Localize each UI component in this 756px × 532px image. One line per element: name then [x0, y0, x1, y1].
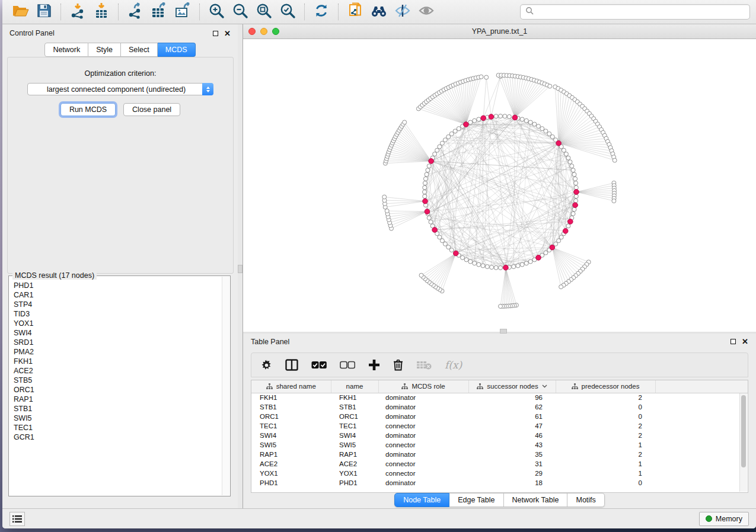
clone-network-button[interactable]: [343, 2, 367, 22]
mcds-hub-node[interactable]: [563, 229, 568, 234]
leaf-node[interactable]: [548, 84, 552, 88]
mcds-node[interactable]: YOX1: [14, 319, 222, 328]
export-table-button[interactable]: [147, 2, 171, 22]
ring-node[interactable]: [524, 118, 528, 123]
ring-node[interactable]: [423, 190, 427, 194]
table-row[interactable]: PHD1PHD1dominator180: [251, 478, 748, 488]
table-row[interactable]: ORC1ORC1dominator610: [251, 412, 748, 421]
delete-column-icon[interactable]: [393, 359, 403, 371]
ring-node[interactable]: [528, 120, 532, 124]
tab-edge-table[interactable]: Edge Table: [449, 493, 503, 507]
mcds-node[interactable]: STB1: [14, 404, 222, 414]
ring-node[interactable]: [443, 138, 447, 142]
scrollbar-thumb[interactable]: [741, 395, 746, 467]
ring-node[interactable]: [540, 127, 544, 131]
mcds-node[interactable]: RAP1: [14, 395, 222, 404]
ring-node[interactable]: [524, 261, 528, 265]
ring-node[interactable]: [572, 172, 576, 177]
binoculars-button[interactable]: [367, 2, 391, 22]
close-panel-icon[interactable]: ✕: [742, 339, 748, 344]
splitter-grip[interactable]: [238, 265, 243, 273]
ring-node[interactable]: [574, 181, 578, 185]
ring-node[interactable]: [544, 129, 548, 133]
function-builder-icon[interactable]: f(x): [445, 359, 462, 371]
mcds-node[interactable]: PHD1: [14, 281, 222, 290]
ring-node[interactable]: [477, 117, 481, 121]
table-row[interactable]: FKH1FKH1dominator962: [251, 393, 748, 402]
delete-table-icon[interactable]: [416, 360, 432, 370]
export-network-button[interactable]: [123, 2, 147, 22]
leaf-node[interactable]: [382, 195, 387, 199]
ring-node[interactable]: [433, 152, 437, 156]
table-row[interactable]: ACE2ACE2connector311: [251, 459, 748, 469]
ring-node[interactable]: [520, 117, 524, 121]
mcds-node[interactable]: ACE2: [14, 366, 222, 376]
zoom-out-button[interactable]: [228, 2, 252, 22]
mcds-node[interactable]: PMA2: [14, 347, 222, 357]
deselect-all-icon[interactable]: [340, 361, 355, 369]
ring-node[interactable]: [449, 132, 454, 136]
table-row[interactable]: SWI4SWI4dominator462: [251, 431, 748, 440]
ring-node[interactable]: [473, 261, 477, 265]
column-header-MCDS-role[interactable]: MCDS role: [378, 380, 468, 393]
run-mcds-button[interactable]: Run MCDS: [60, 103, 116, 116]
column-header-successor-nodes[interactable]: successor nodes: [468, 380, 556, 393]
ring-node[interactable]: [440, 239, 444, 243]
ring-node[interactable]: [564, 152, 568, 156]
leaf-node[interactable]: [559, 285, 563, 289]
ring-node[interactable]: [453, 129, 457, 133]
mcds-node[interactable]: ORC1: [14, 385, 222, 395]
mcds-hub-node[interactable]: [536, 255, 541, 261]
refresh-button[interactable]: [310, 2, 333, 22]
table-row[interactable]: RAP1RAP1dominator352: [251, 450, 748, 459]
ring-node[interactable]: [423, 185, 427, 190]
ring-node[interactable]: [438, 145, 442, 149]
ring-node[interactable]: [427, 164, 431, 168]
ring-node[interactable]: [570, 164, 574, 168]
tab-network[interactable]: Network: [44, 43, 88, 57]
ring-node[interactable]: [427, 216, 431, 220]
ring-node[interactable]: [494, 114, 498, 118]
tab-select[interactable]: Select: [121, 43, 158, 57]
ring-node[interactable]: [571, 211, 575, 216]
ring-node[interactable]: [532, 122, 537, 126]
ring-node[interactable]: [477, 262, 481, 267]
show-columns-icon[interactable]: [285, 359, 298, 371]
ring-node[interactable]: [457, 127, 461, 131]
network-canvas[interactable]: [243, 39, 756, 332]
column-header-name[interactable]: name: [331, 380, 378, 393]
ring-node[interactable]: [481, 264, 485, 268]
column-header-shared-name[interactable]: shared name: [251, 380, 331, 393]
ring-node[interactable]: [446, 245, 451, 249]
leaf-node[interactable]: [479, 75, 483, 79]
leaf-node[interactable]: [419, 273, 423, 277]
ring-node[interactable]: [435, 148, 439, 152]
mcds-hub-node[interactable]: [568, 219, 573, 225]
ring-node[interactable]: [494, 265, 498, 270]
ring-node[interactable]: [468, 120, 473, 124]
search-box[interactable]: [520, 4, 750, 20]
zoom-fit-button[interactable]: [252, 2, 276, 22]
ring-node[interactable]: [572, 207, 576, 211]
leaf-node[interactable]: [612, 199, 616, 203]
table-row[interactable]: STB1STB1dominator620: [251, 402, 748, 412]
table-row[interactable]: TEC1TEC1connector472: [251, 421, 748, 431]
float-panel-icon[interactable]: [731, 339, 736, 344]
import-network-button[interactable]: [66, 2, 90, 22]
ring-node[interactable]: [566, 224, 570, 228]
select-all-icon[interactable]: [311, 361, 327, 369]
search-input[interactable]: [534, 8, 745, 16]
open-session-button[interactable]: [8, 2, 32, 22]
ring-node[interactable]: [566, 156, 570, 160]
tab-network-table[interactable]: Network Table: [504, 493, 568, 507]
ring-node[interactable]: [516, 264, 520, 268]
add-column-icon[interactable]: [368, 359, 380, 371]
ring-node[interactable]: [461, 255, 465, 259]
table-row[interactable]: SWI5SWI5connector431: [251, 440, 748, 450]
eye-button[interactable]: [414, 2, 438, 22]
hide-graphics-details-button[interactable]: [391, 2, 414, 22]
table-scrollbar[interactable]: [739, 393, 747, 492]
ring-node[interactable]: [562, 148, 566, 152]
mcds-hub-node[interactable]: [574, 190, 579, 195]
mcds-node[interactable]: GCR1: [14, 432, 222, 442]
